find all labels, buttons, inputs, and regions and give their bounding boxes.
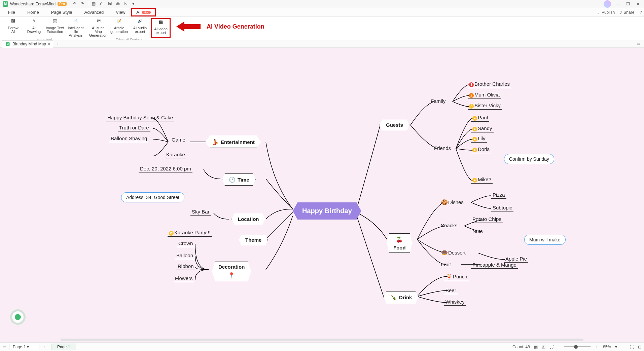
leaf-theme-value[interactable]: ✿Karaoke Party!!! xyxy=(168,229,212,237)
view-fit-icon[interactable]: ◰ xyxy=(542,345,545,349)
share-button[interactable]: ⤴ Share xyxy=(620,10,634,15)
leaf-lily[interactable]: ●Lily xyxy=(471,135,487,143)
edraw-ai-button[interactable]: 🅰EdrawAI xyxy=(3,18,23,38)
ai-audio-export-button[interactable]: 🔊AI audioexport xyxy=(130,18,150,38)
node-theme[interactable]: Theme xyxy=(239,235,268,245)
leaf-crown[interactable]: Crown xyxy=(177,240,194,247)
zoom-dropdown-icon[interactable]: ▾ xyxy=(615,345,617,349)
cookie-icon: 🍪 xyxy=(441,198,448,206)
document-tab[interactable]: M Birthday Mind Map xyxy=(2,40,53,48)
leaf-mum[interactable]: 2Mum Olivia xyxy=(468,91,501,99)
leaf-flowers[interactable]: Flowers xyxy=(174,275,194,282)
node-time[interactable]: 🕒Time xyxy=(222,173,256,186)
node-location[interactable]: Location xyxy=(231,214,265,224)
intelligent-file-analysis-button[interactable]: 📄Intelligentfile Analysis xyxy=(66,18,85,38)
node-friends[interactable]: Friends xyxy=(434,145,451,151)
node-guests[interactable]: Guests xyxy=(380,120,409,130)
node-central[interactable]: 🎂 Happy Birthday xyxy=(293,202,361,220)
cocktail-icon: 🍹 xyxy=(445,273,453,280)
window-maximize-button[interactable]: ❐ xyxy=(624,2,631,6)
leaf-pineapple[interactable]: Pineapple & Mango xyxy=(471,262,518,269)
zoom-slider[interactable] xyxy=(564,346,591,347)
leaf-ribbon[interactable]: Ribbon xyxy=(176,263,195,270)
leaf-sandy[interactable]: ●Sandy xyxy=(471,125,494,132)
leaf-sky-bar[interactable]: Sky Bar xyxy=(190,208,211,216)
menu-home[interactable]: Home xyxy=(21,8,45,16)
leaf-brother[interactable]: 1Brother Charles xyxy=(468,81,511,88)
annotation-text: AI Video Generation xyxy=(207,23,264,30)
node-fruit[interactable]: Fruit xyxy=(441,262,451,267)
view-grid-icon[interactable]: ▦ xyxy=(534,345,538,349)
open-icon[interactable]: 🗀 xyxy=(100,1,105,7)
node-food[interactable]: 🍒Food xyxy=(387,233,412,253)
qat-dropdown-icon[interactable]: ▾ xyxy=(132,1,138,7)
leaf-sister[interactable]: 3Sister Vicky xyxy=(468,102,502,110)
node-dishes[interactable]: 🍪Dishes xyxy=(441,198,464,206)
ai-mindmap-generation-button[interactable]: 🗺AI Mind MapGeneration xyxy=(88,18,108,38)
image-text-extraction-button[interactable]: 🖼Image TextExtraction xyxy=(45,18,65,38)
donut-icon: 🍩 xyxy=(441,249,448,256)
ai-drawing-button[interactable]: ✎AIDrawing xyxy=(24,18,44,38)
node-family[interactable]: Family xyxy=(431,98,445,104)
leaf-doris[interactable]: ●Doris xyxy=(471,146,491,153)
menu-advanced[interactable]: Advanced xyxy=(78,8,110,16)
window-close-button[interactable]: ✕ xyxy=(635,2,641,6)
menu-file[interactable]: File xyxy=(2,8,21,16)
window-minimize-button[interactable]: – xyxy=(614,2,621,6)
menu-view[interactable]: View xyxy=(110,8,131,16)
callout-confirm[interactable]: Confirm by Sunday xyxy=(504,154,554,164)
export-icon[interactable]: ⇱ xyxy=(124,1,130,7)
leaf-karaoke[interactable]: Karaoke xyxy=(165,151,186,158)
leaf-whiskey[interactable]: Whiskey xyxy=(444,299,466,306)
leaf-paul[interactable]: ●Paul xyxy=(471,114,489,122)
print-icon[interactable]: 🖶 xyxy=(116,1,121,7)
ai-chat-button[interactable] xyxy=(12,311,24,323)
leaf-mike[interactable]: ●Mike? xyxy=(471,176,493,184)
leaf-chips[interactable]: Potato Chips xyxy=(471,216,503,223)
redo-icon[interactable]: ↷ xyxy=(81,1,86,7)
badge-icon: ● xyxy=(472,148,477,152)
collapse-panel-icon[interactable]: ⊟ xyxy=(638,345,641,349)
node-decoration[interactable]: Decoration📍 xyxy=(212,262,251,281)
node-game[interactable]: Game xyxy=(172,137,185,143)
leaf-song-cake[interactable]: Happy Birthday Song & Cake xyxy=(106,114,174,121)
leaf-punch[interactable]: 🍹Punch xyxy=(444,272,469,281)
article-generation-button[interactable]: 📝Articlegeneration xyxy=(109,18,129,38)
menu-page-style[interactable]: Page Style xyxy=(45,8,78,16)
zoom-out-button[interactable]: − xyxy=(558,345,560,349)
callout-mum-make[interactable]: Mum will make xyxy=(524,235,566,245)
ai-video-export-button[interactable]: 🎬AI videoexport xyxy=(151,18,171,38)
publish-button[interactable]: ⭳ Publish xyxy=(596,10,615,15)
zoom-in-button[interactable]: ＋ xyxy=(595,344,599,350)
leaf-balloon[interactable]: Balloon xyxy=(175,252,194,259)
leaf-time-value[interactable]: Dec, 20, 2022 6:00 pm xyxy=(139,165,192,172)
node-dessert[interactable]: 🍩Dessert xyxy=(441,249,466,256)
save-icon[interactable]: 🖫 xyxy=(108,1,113,7)
add-page-button[interactable]: ＋ xyxy=(42,344,46,350)
leaf-subtopic[interactable]: Subtopic xyxy=(491,204,513,211)
node-drink[interactable]: 🍾Drink xyxy=(384,291,418,303)
horizontal-scrollbar[interactable] xyxy=(61,339,583,341)
user-avatar[interactable] xyxy=(604,0,611,8)
help-icon[interactable]: ? xyxy=(640,10,642,15)
page-tab[interactable]: Page-1 xyxy=(51,344,76,350)
node-entertainment[interactable]: 💃Entertainment xyxy=(205,136,261,148)
leaf-pizza[interactable]: Pizza xyxy=(491,192,506,199)
callout-address[interactable]: Address: 34, Good Street xyxy=(121,192,184,202)
fullscreen-icon[interactable]: ⛶ xyxy=(630,345,634,349)
leaf-nuts[interactable]: Nuts xyxy=(471,228,484,235)
ribbon-group-smart-tool: 🅰EdrawAI ✎AIDrawing 🖼Image TextExtractio… xyxy=(2,18,87,40)
page-selector[interactable]: Page-1 ▾ xyxy=(9,344,39,350)
new-icon[interactable]: ▦ xyxy=(92,1,97,7)
leaf-truth-or-dare[interactable]: Truth or Dare xyxy=(118,124,150,131)
undo-icon[interactable]: ↶ xyxy=(73,1,78,7)
mindmap-canvas[interactable]: 🎂 Happy Birthday 💃Entertainment Game Hap… xyxy=(0,48,644,342)
leaf-balloon-shaving[interactable]: Balloon Shaving xyxy=(109,135,148,142)
add-tab-button[interactable]: ＋ xyxy=(56,41,60,47)
outline-toggle-icon[interactable]: ▭ xyxy=(637,41,642,47)
leaf-beer[interactable]: Beer xyxy=(444,287,458,294)
page-list-icon[interactable]: ▭ xyxy=(3,345,6,349)
node-snacks[interactable]: Snacks xyxy=(441,223,457,228)
menu-ai-highlight[interactable]: AI Hot xyxy=(131,8,155,16)
view-actual-icon[interactable]: ⛶ xyxy=(549,345,553,349)
